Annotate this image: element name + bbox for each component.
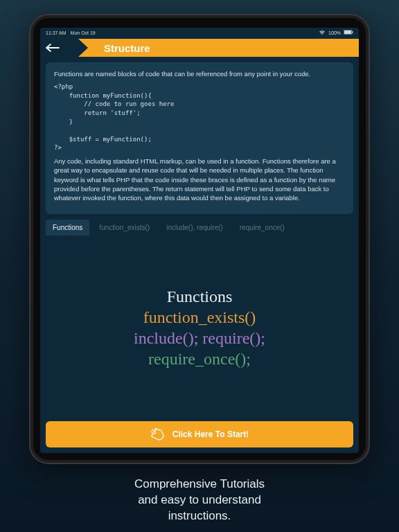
wifi-icon <box>319 30 326 36</box>
lesson-body: Any code, including standard HTML markup… <box>54 157 345 202</box>
tab-include-require[interactable]: include(), require() <box>159 220 230 236</box>
back-button[interactable] <box>40 41 66 55</box>
status-bar: 11:37 AM Mon Oct 19 100% <box>40 28 359 37</box>
page-title: Structure <box>104 42 150 54</box>
svg-rect-2 <box>353 31 353 33</box>
hero-line-4: require_once(); <box>148 348 251 369</box>
app-screen: 11:37 AM Mon Oct 19 100% <box>40 28 359 453</box>
caption-line-1: Comprehensive Tutorials <box>134 477 265 493</box>
caption-line-3: instructions. <box>134 508 265 524</box>
hero-line-2: function_exists() <box>143 307 256 328</box>
battery-icon <box>344 30 353 35</box>
start-button[interactable]: Click Here To Start! <box>46 421 353 447</box>
lesson-card: Functions are named blocks of code that … <box>46 62 353 214</box>
code-example: <?php function myFunction(){ // code to … <box>54 82 345 152</box>
hero-line-3: include(); require(); <box>134 328 265 348</box>
lesson-intro: Functions are named blocks of code that … <box>54 69 345 78</box>
header-ribbon: Structure <box>40 39 359 57</box>
tab-bar: Functions function_exists() include(), r… <box>40 220 359 236</box>
tablet-frame: 11:37 AM Mon Oct 19 100% <box>29 14 370 464</box>
tab-functions[interactable]: Functions <box>46 220 89 236</box>
svg-rect-1 <box>344 30 351 34</box>
caption-line-2: and easy to understand <box>134 493 265 508</box>
tablet-bezel: 11:37 AM Mon Oct 19 100% <box>33 18 366 460</box>
tab-function-exists[interactable]: function_exists() <box>92 220 157 236</box>
hero-line-1: Functions <box>167 286 233 307</box>
status-time: 11:37 AM <box>46 30 66 35</box>
start-button-label: Click Here To Start! <box>172 429 249 439</box>
status-date: Mon Oct 19 <box>71 30 96 35</box>
battery-label: 100% <box>328 30 341 35</box>
marketing-caption: Comprehensive Tutorials and easy to unde… <box>134 477 265 524</box>
hero-text: Functions function_exists() include(); r… <box>40 236 359 417</box>
pointer-hand-icon <box>150 427 166 441</box>
tab-require-once[interactable]: require_once() <box>233 220 292 236</box>
